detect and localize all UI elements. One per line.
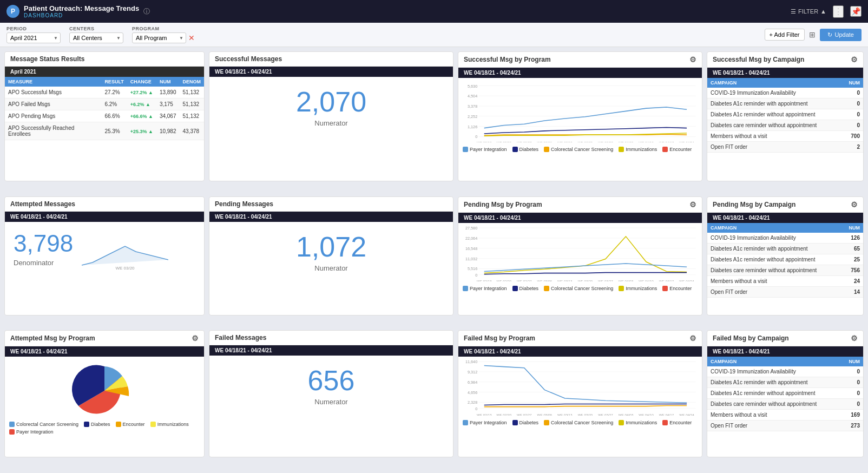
col-change: CHANGE — [127, 77, 156, 87]
svg-text:WE 04/17: WE 04/17 — [659, 279, 674, 281]
pending-label: Numerator — [314, 264, 347, 272]
period-label: PERIOD — [6, 26, 61, 31]
campaign-num: 0 — [842, 98, 863, 109]
legend-payer: Payer Integration — [463, 147, 507, 152]
campaign-num: 0 — [842, 109, 863, 120]
filter-button[interactable]: ☰ FILTER ▲ — [791, 8, 826, 15]
svg-text:WE 02/13: WE 02/13 — [477, 141, 492, 142]
msg-status-period: April 2021 — [5, 67, 204, 77]
failed-camp-period: WE 04/18/21 - 04/24/21 — [707, 346, 863, 357]
list-item: Diabetes care reminder without appointme… — [707, 265, 863, 275]
col-measure: MEASURE — [5, 77, 101, 87]
campaign-num: 0 — [842, 88, 863, 98]
gear-icon-pending[interactable]: ⚙ — [689, 200, 696, 209]
svg-text:5,630: 5,630 — [468, 84, 477, 89]
failed-messages-period: WE 04/18/21 - 04/24/21 — [209, 345, 453, 356]
funnel-icon[interactable]: ⊞ — [809, 30, 816, 39]
chevron-up-icon: ▲ — [820, 8, 826, 15]
svg-text:WE 03/27: WE 03/27 — [598, 413, 613, 416]
change-cell: +66.6% ▲ — [127, 110, 156, 122]
svg-text:WE 04/10: WE 04/10 — [639, 279, 654, 281]
legend-diabetes-p: Diabetes — [512, 286, 539, 291]
svg-text:WE 04/17: WE 04/17 — [659, 413, 674, 416]
campaign-name: Diabetes A1c reminder without appointmen… — [707, 388, 842, 399]
list-item: Diabetes A1c reminder without appointmen… — [707, 388, 863, 399]
period-select-wrap: April 2021 — [6, 32, 61, 43]
centers-filter-group: CENTERS All Centers — [69, 26, 123, 43]
svg-text:WE 03/20: WE 03/20 — [116, 266, 135, 271]
pending-messages-header: Pending Messages — [209, 197, 453, 212]
campaign-name: Diabetes A1c reminder without appointmen… — [707, 254, 842, 265]
successful-camp-table: CAMPAIGN NUM COVID-19 Immunization Avail… — [707, 78, 863, 153]
attempted-prog-card: Attempted Msg by Program ⚙ WE 04/18/21 -… — [4, 330, 205, 457]
pending-prog-svg: 27,580 22,064 16,548 11,032 5,516 0 WE 0… — [462, 225, 699, 281]
list-item: Diabetes A1c reminder with appointment 6… — [707, 243, 863, 254]
campaign-name: Diabetes A1c reminder with appointment — [707, 243, 842, 254]
gear-icon-failed[interactable]: ⚙ — [689, 334, 696, 343]
attempted-number: 3,798 — [14, 232, 73, 255]
info-icon[interactable]: ⓘ — [143, 7, 150, 16]
gear-icon-success-camp[interactable]: ⚙ — [851, 55, 858, 64]
list-item: COVID-19 Immunization Availability 126 — [707, 233, 863, 244]
gear-icon-pending-camp[interactable]: ⚙ — [851, 200, 858, 209]
failed-camp-table-wrap: CAMPAIGN NUM COVID-19 Immunization Avail… — [707, 357, 863, 431]
centers-label: CENTERS — [69, 26, 123, 31]
successful-prog-header: Successful Msg by Program ⚙ — [458, 52, 702, 68]
pending-camp-card: Pending Msg by Campaign ⚙ WE 04/18/21 - … — [707, 196, 864, 316]
failed-messages-card: Failed Messages WE 04/18/21 - 04/24/21 6… — [209, 330, 453, 457]
update-label: Update — [835, 31, 854, 38]
program-filter-group: PROGRAM All Program ✕ — [132, 26, 195, 43]
attempted-messages-header: Attempted Messages — [5, 197, 204, 212]
campaign-num: 273 — [842, 421, 863, 431]
result-cell: 27.2% — [101, 87, 127, 98]
list-item: Diabetes A1c reminder with appointment 0 — [707, 377, 863, 388]
legend-diabetes-dot — [512, 147, 518, 152]
gear-icon-failed-camp[interactable]: ⚙ — [851, 334, 858, 343]
leg-diabetes: Diabetes — [84, 422, 110, 427]
svg-text:16,548: 16,548 — [465, 246, 477, 251]
pending-messages-card: Pending Messages WE 04/18/21 - 04/24/21 … — [209, 196, 453, 316]
svg-text:WE 02/20: WE 02/20 — [497, 141, 512, 142]
dashboard: Message Status Results April 2021 MEASUR… — [0, 47, 868, 472]
svg-text:4,504: 4,504 — [468, 94, 477, 98]
add-filter-button[interactable]: + Add Filter — [765, 29, 805, 41]
campaign-name: Members without a visit — [707, 275, 842, 286]
campaign-name: COVID-19 Immunization Availability — [707, 88, 842, 98]
failed-camp-col: CAMPAIGN — [707, 357, 842, 366]
more-button[interactable]: ⋮ — [833, 5, 844, 18]
attempted-prog-period: WE 04/18/21 - 04/24/21 — [5, 346, 204, 357]
successful-camp-table-wrap: CAMPAIGN NUM COVID-19 Immunization Avail… — [707, 78, 863, 153]
pending-prog-legend: Payer Integration Diabetes Colorectal Ca… — [458, 284, 702, 294]
gear-icon[interactable]: ⚙ — [689, 55, 696, 64]
pending-camp-table-wrap: CAMPAIGN NUM COVID-19 Immunization Avail… — [707, 223, 863, 298]
table-row: APO Successful Msgs 27.2% +27.2% ▲ 13,89… — [5, 87, 204, 98]
attempted-chart: WE 03/20 — [82, 227, 195, 272]
svg-text:WE 02/20: WE 02/20 — [496, 279, 511, 281]
successful-prog-svg: 5,630 4,504 3,378 2,252 1,126 0 WE 02/13… — [462, 80, 699, 142]
filter-bar-right: + Add Filter ⊞ ↻ Update — [765, 29, 862, 41]
svg-text:WE 03/06: WE 03/06 — [537, 413, 553, 416]
campaign-num: 700 — [842, 131, 863, 142]
update-button[interactable]: ↻ Update — [820, 29, 862, 41]
campaign-name: Diabetes A1c reminder without appointmen… — [707, 109, 842, 120]
pie-chart-svg — [69, 361, 140, 421]
gear-icon-attempted-prog[interactable]: ⚙ — [192, 334, 199, 343]
centers-select[interactable]: All Centers — [69, 32, 123, 43]
svg-text:11,032: 11,032 — [465, 256, 477, 261]
attempted-label: Denominator — [14, 259, 73, 267]
campaign-num: 14 — [842, 286, 863, 297]
period-select[interactable]: April 2021 — [6, 32, 61, 43]
program-select[interactable]: All Program — [132, 32, 186, 43]
filter-label: FILTER — [798, 8, 818, 15]
filter-bar: PERIOD April 2021 CENTERS All Centers PR… — [0, 23, 868, 47]
attempted-messages-body: 3,798 Denominator WE 03/20 — [5, 222, 204, 277]
failed-number: 656 — [308, 366, 355, 395]
legend-immunizations-dot — [619, 147, 624, 152]
pin-button[interactable]: 📌 — [850, 6, 862, 17]
svg-text:WE 03/06: WE 03/06 — [537, 141, 553, 142]
program-clear-button[interactable]: ✕ — [188, 34, 195, 42]
campaign-num: 756 — [842, 265, 863, 275]
successful-prog-chart: 5,630 4,504 3,378 2,252 1,126 0 WE 02/13… — [458, 78, 702, 144]
list-item: Diabetes care reminder without appointme… — [707, 399, 863, 410]
leg-payer: Payer Integration — [9, 429, 54, 435]
